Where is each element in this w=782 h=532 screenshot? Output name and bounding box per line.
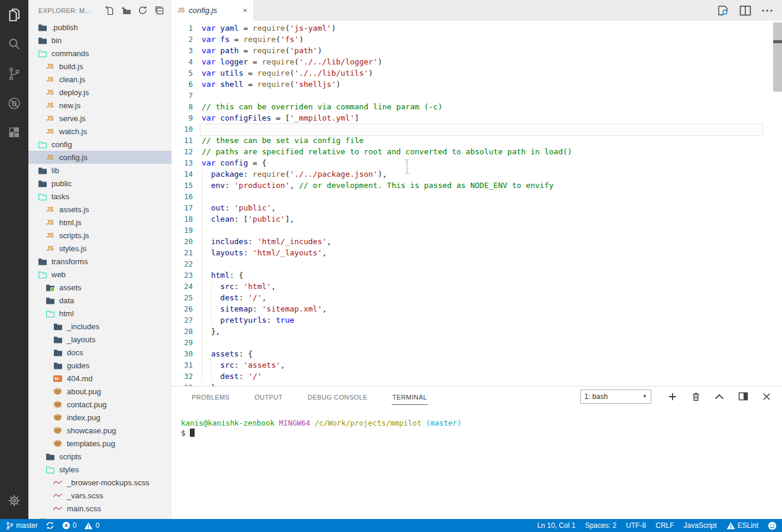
status-sync[interactable] — [46, 521, 54, 530]
tree-item-html[interactable]: html — [28, 307, 172, 320]
line-number: 28 — [172, 326, 193, 337]
tree-item-_layouts[interactable]: _layouts — [28, 333, 172, 346]
activity-bar-item-extensions[interactable] — [0, 118, 28, 148]
status-git-branch[interactable]: master — [6, 521, 38, 530]
js-icon: JS — [46, 128, 53, 135]
panel-tab-output[interactable]: OUTPUT — [254, 388, 283, 405]
tree-item-web[interactable]: web — [28, 268, 172, 281]
tree-item-watch.js[interactable]: JSwatch.js — [28, 125, 172, 138]
activity-bar-item-explorer[interactable] — [0, 0, 28, 30]
tree-item-clean.js[interactable]: JSclean.js — [28, 73, 172, 86]
status-errors[interactable]: 0 — [62, 521, 77, 530]
activity-bar-item-search[interactable] — [0, 30, 28, 59]
code-line-33: 33 } — [172, 382, 782, 386]
tree-item-contact.pug[interactable]: contact.pug — [28, 398, 172, 411]
status-indentation[interactable]: Spaces: 2 — [585, 521, 616, 530]
tree-item-commands[interactable]: commands — [28, 47, 172, 60]
tab-config-js[interactable]: JS config.js × — [172, 0, 253, 21]
terminal-select[interactable]: 1: bash ▼ — [580, 390, 651, 404]
panel-tab-problems[interactable]: PROBLEMS — [191, 388, 230, 405]
status-eslint[interactable]: ESLint — [726, 521, 758, 530]
tree-item-_includes[interactable]: _includes — [28, 320, 172, 333]
tree-item-label: watch.js — [59, 127, 87, 136]
split-panel-button[interactable] — [738, 392, 748, 401]
tree-item-_browser-mockups.scss[interactable]: _browser-mockups.scss — [28, 476, 172, 489]
tree-item-docs[interactable]: docs — [28, 346, 172, 359]
activity-bar-item-source-control[interactable] — [0, 59, 28, 89]
more-actions-button[interactable] — [761, 9, 773, 12]
tree-item-showcase.pug[interactable]: showcase.pug — [28, 424, 172, 437]
tree-item-404.md[interactable]: M↓404.md — [28, 372, 172, 385]
refresh-button[interactable] — [137, 5, 148, 16]
line-number: 14 — [172, 168, 193, 180]
activity-bar-item-settings-gear[interactable] — [0, 486, 28, 515]
tree-item-serve.js[interactable]: JSserve.js — [28, 112, 172, 125]
new-folder-button[interactable] — [121, 5, 131, 16]
tree-item-styles[interactable]: styles — [28, 463, 172, 476]
status-feedback[interactable] — [768, 521, 777, 530]
collapse-all-button[interactable] — [154, 5, 164, 16]
kill-terminal-button[interactable] — [691, 392, 700, 401]
terminal[interactable]: kanis@kanishk-zenbook MINGW64 /c/Work/pr… — [172, 406, 782, 438]
tree-item-deploy.js[interactable]: JSdeploy.js — [28, 86, 172, 99]
error-icon — [62, 521, 70, 530]
tree-item-scripts.js[interactable]: JSscripts.js — [28, 229, 172, 242]
new-file-button[interactable] — [104, 5, 115, 16]
tree-item-transforms[interactable]: transforms — [28, 255, 172, 268]
tree-item-partial[interactable] — [28, 515, 172, 519]
status-language-mode[interactable]: JavaScript — [684, 521, 717, 530]
tree-item-config.js[interactable]: JSconfig.js — [28, 151, 172, 164]
tree-item-tasks[interactable]: tasks — [28, 190, 172, 203]
tree-item-main.scss[interactable]: main.scss — [28, 502, 172, 515]
status-cursor-position[interactable]: Ln 10, Col 1 — [537, 521, 576, 530]
tree-item-templates.pug[interactable]: templates.pug — [28, 437, 172, 450]
new-terminal-button[interactable] — [668, 392, 677, 401]
panel-tab-terminal[interactable]: TERMINAL — [392, 388, 428, 405]
tree-item-.publish[interactable]: .publish — [28, 21, 172, 34]
tree-item-about.pug[interactable]: about.pug — [28, 385, 172, 398]
folder-open-icon — [46, 310, 55, 317]
tree-item-index.pug[interactable]: index.pug — [28, 411, 172, 424]
tree-item-bin[interactable]: bin — [28, 34, 172, 47]
terminal-select-value: 1: bash — [584, 392, 607, 401]
open-preview-search-icon — [716, 5, 729, 17]
tree-item-styles.js[interactable]: JSstyles.js — [28, 242, 172, 255]
status-warnings[interactable]: 0 — [84, 521, 99, 530]
line-number: 20 — [172, 236, 193, 247]
editor-scrollbar[interactable] — [773, 22, 782, 92]
tree-item-guides[interactable]: guides — [28, 359, 172, 372]
tree-item-_vars.scss[interactable]: _vars.scss — [28, 489, 172, 502]
mouse-ibeam-cursor — [403, 159, 411, 177]
explorer-header: EXPLORER: M... — [28, 0, 172, 21]
code-editor[interactable]: 1var yaml = require('js-yaml')2var fs = … — [172, 21, 782, 386]
open-preview-search-button[interactable] — [716, 5, 729, 17]
scrollbar-position-marker — [773, 40, 782, 43]
tree-item-scripts[interactable]: scripts — [28, 450, 172, 463]
tree-item-label: new.js — [59, 101, 80, 110]
activity-bar-item-debug[interactable] — [0, 89, 28, 118]
folder-icon — [38, 167, 47, 174]
tree-item-public[interactable]: public — [28, 177, 172, 190]
activity-bar — [0, 0, 28, 519]
maximize-panel-button[interactable] — [715, 394, 724, 400]
tree-item-assets.js[interactable]: JSassets.js — [28, 203, 172, 216]
line-number: 31 — [172, 359, 193, 371]
code-line-14: 14 package: require('./../package.json')… — [172, 168, 782, 180]
split-editor-button[interactable] — [739, 5, 751, 16]
tab-close-icon[interactable]: × — [243, 6, 247, 15]
line-number: 9 — [172, 112, 193, 124]
tree-item-new.js[interactable]: JSnew.js — [28, 99, 172, 112]
status-eol[interactable]: CRLF — [655, 521, 674, 530]
tree-item-assets[interactable]: assets — [28, 281, 172, 294]
tree-item-config[interactable]: config — [28, 138, 172, 151]
tree-item-data[interactable]: data — [28, 294, 172, 307]
status-encoding[interactable]: UTF-8 — [626, 521, 646, 530]
line-number: 6 — [172, 79, 193, 90]
tree-item-build.js[interactable]: JSbuild.js — [28, 60, 172, 73]
line-number: 15 — [172, 180, 193, 191]
panel-tab-debug-console[interactable]: DEBUG CONSOLE — [307, 388, 368, 405]
tree-item-html.js[interactable]: JShtml.js — [28, 216, 172, 229]
close-panel-button[interactable] — [762, 392, 771, 401]
tree-item-lib[interactable]: lib — [28, 164, 172, 177]
folder-open-icon — [38, 193, 47, 200]
